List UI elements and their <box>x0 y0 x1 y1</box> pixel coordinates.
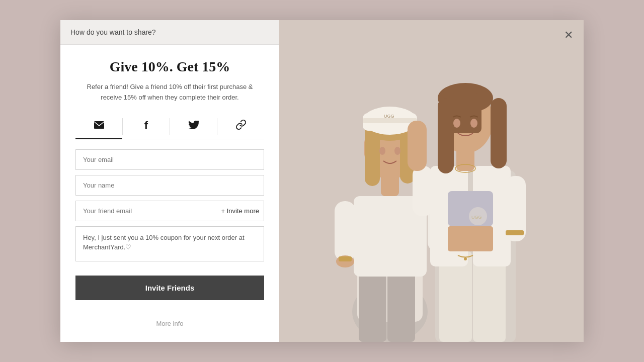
more-info-section: More info <box>75 312 264 332</box>
svg-rect-31 <box>413 166 433 216</box>
svg-rect-14 <box>365 126 380 186</box>
close-icon: ✕ <box>564 29 573 42</box>
svg-text:UGG: UGG <box>384 114 394 119</box>
left-panel: How do you want to share? Give 10%. Get … <box>60 20 279 342</box>
main-title: Give 10%. Get 15% <box>75 59 264 75</box>
right-panel: UGG UGG <box>279 20 584 342</box>
tab-link[interactable] <box>217 114 264 139</box>
svg-point-42 <box>470 119 477 128</box>
more-info-text: More info <box>156 320 183 327</box>
svg-rect-32 <box>408 121 427 171</box>
panel-header: How do you want to share? <box>60 20 279 45</box>
svg-text:UGG: UGG <box>471 215 482 220</box>
invite-more-label: + Invite more <box>221 207 259 215</box>
facebook-icon: f <box>144 119 148 132</box>
name-field-group <box>75 175 264 196</box>
share-tabs: f <box>75 114 264 139</box>
header-text: How do you want to share? <box>70 28 156 36</box>
svg-point-44 <box>464 257 467 260</box>
invite-friends-button[interactable]: Invite Friends <box>75 276 264 300</box>
email-icon <box>94 120 105 132</box>
link-icon <box>235 119 247 133</box>
svg-rect-0 <box>94 121 104 129</box>
name-input[interactable] <box>75 175 264 196</box>
svg-rect-7 <box>335 201 356 261</box>
svg-rect-28 <box>448 226 493 251</box>
fashion-image: UGG UGG <box>279 20 584 342</box>
message-field-group: Hey, I just sent you a 10% coupon for yo… <box>75 226 264 263</box>
svg-rect-43 <box>506 230 524 235</box>
svg-rect-40 <box>449 93 481 133</box>
message-textarea[interactable]: Hey, I just sent you a 10% coupon for yo… <box>75 226 264 261</box>
svg-rect-18 <box>363 118 417 123</box>
subtitle: Refer a friend! Give a friend 10% off th… <box>75 82 264 103</box>
svg-rect-4 <box>359 266 386 342</box>
svg-point-19 <box>379 147 385 155</box>
twitter-icon <box>188 120 199 132</box>
friend-email-field-group: + Invite more <box>75 201 264 221</box>
email-field-group <box>75 149 264 170</box>
invite-friends-label: Invite Friends <box>145 284 195 292</box>
svg-rect-39 <box>491 98 507 168</box>
tab-email[interactable] <box>75 114 122 139</box>
close-button[interactable]: ✕ <box>559 26 578 44</box>
svg-point-20 <box>394 147 400 155</box>
svg-point-41 <box>453 119 460 128</box>
panel-body: Give 10%. Get 15% Refer a friend! Give a… <box>60 45 279 342</box>
modal: ✕ How do you want to share? Give 10%. Ge… <box>60 20 584 342</box>
svg-rect-5 <box>387 266 415 342</box>
more-info-link[interactable]: More info <box>156 320 183 327</box>
email-input[interactable] <box>75 149 264 170</box>
svg-rect-10 <box>339 256 352 261</box>
tab-facebook[interactable]: f <box>123 114 170 139</box>
invite-more-button[interactable]: + Invite more <box>221 207 259 215</box>
tab-twitter[interactable] <box>170 114 217 139</box>
